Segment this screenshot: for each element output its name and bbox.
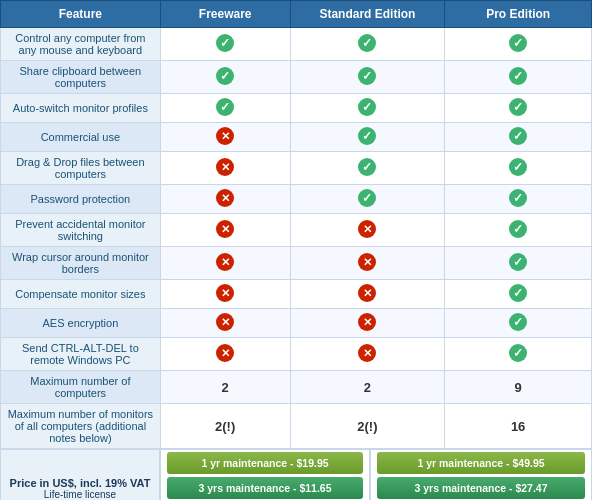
cross-icon <box>216 253 234 271</box>
freeware-cell <box>160 185 290 214</box>
freeware-cell <box>160 214 290 247</box>
feature-cell: Share clipboard between computers <box>1 61 161 94</box>
standard-cell <box>290 61 445 94</box>
freeware-cell <box>160 123 290 152</box>
standard-cell: 2 <box>290 371 445 404</box>
check-icon <box>358 34 376 52</box>
standard-cell <box>290 28 445 61</box>
pro-cell <box>445 214 592 247</box>
freeware-cell <box>160 280 290 309</box>
pro-cell <box>445 94 592 123</box>
freeware-cell <box>160 247 290 280</box>
freeware-cell <box>160 94 290 123</box>
cross-icon <box>216 220 234 238</box>
check-icon <box>358 98 376 116</box>
pro-cell <box>445 61 592 94</box>
standard-cell <box>290 94 445 123</box>
freeware-cell <box>160 309 290 338</box>
freeware-cell <box>160 152 290 185</box>
cross-icon <box>358 344 376 362</box>
cross-icon <box>358 313 376 331</box>
check-icon <box>509 344 527 362</box>
pro-cell <box>445 152 592 185</box>
freeware-header: Freeware <box>160 1 290 28</box>
feature-cell: Auto-switch monitor profiles <box>1 94 161 123</box>
feature-cell: Maximum number of monitors of all comput… <box>1 404 161 449</box>
feature-cell: Control any computer from any mouse and … <box>1 28 161 61</box>
standard-cell <box>290 338 445 371</box>
standard-cell <box>290 123 445 152</box>
cross-icon <box>216 189 234 207</box>
freeware-cell: 2(!) <box>160 404 290 449</box>
check-icon <box>358 158 376 176</box>
pro-cell: 16 <box>445 404 592 449</box>
cross-icon <box>216 284 234 302</box>
pro-3yr-btn[interactable]: 3 yrs maintenance - $27.47 <box>377 477 585 499</box>
pro-cell: 9 <box>445 371 592 404</box>
check-icon <box>358 189 376 207</box>
check-icon <box>358 127 376 145</box>
cross-icon <box>358 284 376 302</box>
check-icon <box>509 98 527 116</box>
check-icon <box>509 313 527 331</box>
pro-cell <box>445 309 592 338</box>
pro-cell <box>445 280 592 309</box>
pro-cell <box>445 247 592 280</box>
cross-icon <box>358 220 376 238</box>
standard-pricing: 1 yr maintenance - $19.95 3 yrs maintena… <box>160 449 370 500</box>
pro-cell <box>445 185 592 214</box>
price-label-cell: Price in US$, incl. 19% VAT Life-time li… <box>0 449 160 500</box>
freeware-cell <box>160 61 290 94</box>
feature-cell: Prevent accidental monitor switching <box>1 214 161 247</box>
pro-cell <box>445 123 592 152</box>
cross-icon <box>216 158 234 176</box>
cross-icon <box>216 344 234 362</box>
standard-cell <box>290 247 445 280</box>
cross-icon <box>216 313 234 331</box>
freeware-cell <box>160 28 290 61</box>
check-icon <box>216 98 234 116</box>
check-icon <box>358 67 376 85</box>
standard-3yr-btn[interactable]: 3 yrs maintenance - $11.65 <box>167 477 363 499</box>
standard-cell <box>290 214 445 247</box>
check-icon <box>509 284 527 302</box>
pricing-section: Price in US$, incl. 19% VAT Life-time li… <box>0 449 592 500</box>
freeware-cell <box>160 338 290 371</box>
standard-cell <box>290 280 445 309</box>
feature-cell: Commercial use <box>1 123 161 152</box>
check-icon <box>509 220 527 238</box>
check-icon <box>216 67 234 85</box>
feature-cell: Password protection <box>1 185 161 214</box>
pro-cell <box>445 28 592 61</box>
freeware-cell: 2 <box>160 371 290 404</box>
standard-1yr-btn[interactable]: 1 yr maintenance - $19.95 <box>167 452 363 474</box>
standard-cell: 2(!) <box>290 404 445 449</box>
feature-cell: Drag & Drop files between computers <box>1 152 161 185</box>
pro-header: Pro Edition <box>445 1 592 28</box>
feature-cell: AES encryption <box>1 309 161 338</box>
feature-cell: Wrap cursor around monitor borders <box>1 247 161 280</box>
price-sublabel: Life-time license <box>44 489 116 500</box>
cross-icon <box>216 127 234 145</box>
feature-cell: Maximum number of computers <box>1 371 161 404</box>
check-icon <box>509 253 527 271</box>
comparison-table: Feature Freeware Standard Edition Pro Ed… <box>0 0 592 449</box>
standard-cell <box>290 152 445 185</box>
price-label: Price in US$, incl. 19% VAT <box>10 477 151 489</box>
standard-cell <box>290 185 445 214</box>
check-icon <box>509 67 527 85</box>
check-icon <box>509 158 527 176</box>
feature-header: Feature <box>1 1 161 28</box>
pro-1yr-btn[interactable]: 1 yr maintenance - $49.95 <box>377 452 585 474</box>
check-icon <box>509 34 527 52</box>
standard-header: Standard Edition <box>290 1 445 28</box>
check-icon <box>509 127 527 145</box>
pro-cell <box>445 338 592 371</box>
check-icon <box>216 34 234 52</box>
feature-cell: Compensate monitor sizes <box>1 280 161 309</box>
check-icon <box>509 189 527 207</box>
standard-cell <box>290 309 445 338</box>
feature-cell: Send CTRL-ALT-DEL to remote Windows PC <box>1 338 161 371</box>
cross-icon <box>358 253 376 271</box>
pro-pricing: 1 yr maintenance - $49.95 3 yrs maintena… <box>370 449 592 500</box>
